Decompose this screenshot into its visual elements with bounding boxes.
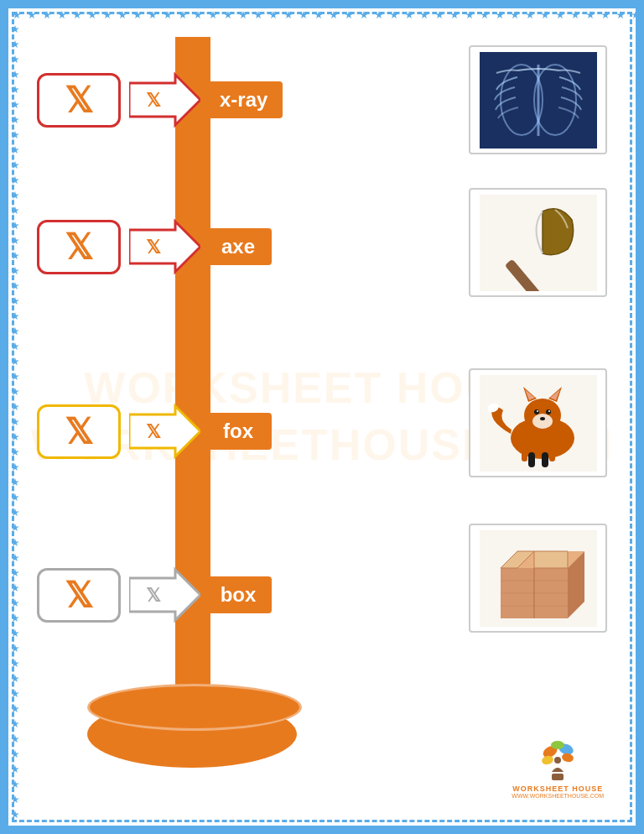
svg-point-21 (532, 414, 553, 429)
arrow-svg-box: 𝕏 (129, 566, 200, 624)
word-label-axe: axe (205, 228, 272, 265)
row-fox: 𝕏 𝕏 fox (37, 402, 272, 461)
svg-rect-49 (552, 774, 564, 780)
letter-box-xray: 𝕏 (37, 73, 121, 128)
row-box: 𝕏 𝕏 box (37, 566, 272, 624)
image-fox (469, 368, 607, 477)
word-label-box: box (205, 576, 272, 613)
svg-point-26 (540, 417, 545, 420)
svg-text:𝕏: 𝕏 (146, 237, 161, 258)
fox-illustration (480, 375, 597, 472)
image-axe (469, 188, 607, 297)
svg-marker-2 (129, 222, 200, 272)
xray-illustration (480, 52, 597, 149)
arrow-svg-axe: 𝕏 (129, 217, 200, 276)
arrow-fox: 𝕏 (129, 402, 200, 461)
arrow-svg-fox: 𝕏 (129, 402, 200, 461)
box-illustration (480, 530, 597, 627)
svg-point-47 (561, 752, 574, 763)
tree-base (87, 701, 297, 768)
word-label-xray: x-ray (205, 81, 283, 118)
axe-illustration (480, 195, 597, 291)
arrow-box: 𝕏 (129, 566, 200, 624)
worksheet-house-logo (535, 737, 581, 783)
svg-rect-30 (522, 449, 527, 461)
logo-url: WWW.WORKSHEETHOUSE.COM (512, 793, 604, 799)
svg-marker-6 (129, 570, 200, 620)
letter-box-axe: 𝕏 (37, 220, 121, 274)
page-content: WORKSHEET HOUSE WORKSHEETHOUSE.COM 𝕏 𝕏 x… (20, 20, 624, 814)
svg-point-48 (554, 757, 561, 764)
logo-area: WORKSHEET HOUSE WWW.WORKSHEETHOUSE.COM (512, 737, 604, 799)
svg-marker-0 (129, 75, 200, 125)
arrow-xray: 𝕏 (129, 70, 200, 129)
svg-text:𝕏: 𝕏 (146, 90, 161, 111)
arrow-axe: 𝕏 (129, 217, 200, 276)
image-xray (469, 45, 607, 154)
letter-box-box: 𝕏 (37, 568, 121, 623)
svg-point-24 (537, 410, 538, 412)
svg-point-23 (546, 409, 551, 414)
svg-rect-28 (528, 452, 535, 467)
page-border: WORKSHEET HOUSE WORKSHEETHOUSE.COM 𝕏 𝕏 x… (0, 0, 644, 834)
row-axe: 𝕏 𝕏 axe (37, 217, 272, 276)
svg-point-25 (548, 410, 550, 412)
svg-rect-31 (549, 449, 555, 461)
svg-point-45 (551, 741, 564, 749)
svg-marker-4 (129, 406, 200, 456)
svg-text:𝕏: 𝕏 (146, 421, 161, 442)
svg-rect-29 (542, 452, 548, 467)
arrow-svg-xray: 𝕏 (129, 70, 200, 129)
image-box (469, 524, 607, 633)
logo-brand: WORKSHEET HOUSE (512, 784, 603, 793)
svg-marker-37 (534, 551, 568, 568)
svg-text:𝕏: 𝕏 (146, 585, 161, 606)
row-xray: 𝕏 𝕏 x-ray (37, 70, 283, 129)
svg-point-22 (534, 409, 539, 414)
letter-box-fox: 𝕏 (37, 404, 121, 459)
word-label-fox: fox (205, 413, 272, 450)
